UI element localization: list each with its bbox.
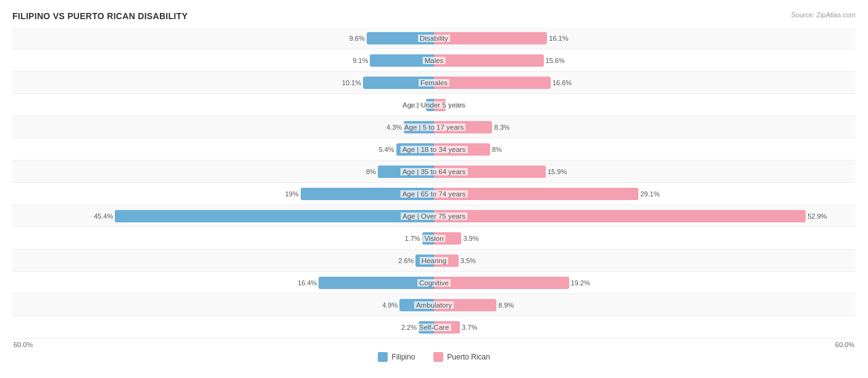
value-puerto-rican: 19.2% xyxy=(571,279,590,287)
bar-filipino xyxy=(363,77,434,89)
bar-row: Vision 1.7% 3.9% xyxy=(12,227,856,249)
legend-filipino-label: Filipino xyxy=(391,353,415,361)
chart-row: Age | 35 to 64 years 8% 15.9% xyxy=(12,161,856,183)
chart-row: Ambulatory 4.9% 8.9% xyxy=(12,294,856,316)
value-puerto-rican: 16.6% xyxy=(553,79,572,86)
value-puerto-rican: 52.9% xyxy=(807,212,827,220)
bar-row: Age | 65 to 74 years 19% 29.1% xyxy=(12,183,856,204)
chart-row: Hearing 2.6% 3.5% xyxy=(12,250,856,272)
bar-filipino xyxy=(404,121,434,133)
value-filipino: 9.1% xyxy=(353,57,368,64)
bar-row: Age | 18 to 34 years 5.4% 8% xyxy=(12,138,856,160)
value-filipino: 1.1% xyxy=(409,101,424,109)
legend-puerto-rican-label: Puerto Rican xyxy=(447,353,490,361)
chart-row: Males 9.1% 15.6% xyxy=(12,49,856,72)
bar-filipino xyxy=(319,277,434,289)
value-filipino: 10.1% xyxy=(342,79,361,86)
bar-filipino xyxy=(415,254,434,267)
bar-puerto-rican xyxy=(434,188,638,200)
x-axis: 60.0% 60.0% xyxy=(12,341,856,348)
value-filipino: 4.3% xyxy=(386,124,402,131)
chart-row: Cognitive 16.4% 19.2% xyxy=(12,272,856,294)
bar-filipino xyxy=(115,210,434,222)
bar-puerto-rican xyxy=(434,32,547,44)
bar-filipino xyxy=(396,143,434,156)
chart-row: Age | Over 75 years 45.4% 52.9% xyxy=(12,205,856,227)
legend: Filipino Puerto Rican xyxy=(12,352,856,362)
bar-puerto-rican xyxy=(434,121,492,133)
bar-row: Self-Care 2.2% 3.7% xyxy=(12,316,856,338)
bar-puerto-rican xyxy=(434,210,806,222)
bar-row: Age | Under 5 years 1.1% 1.7% xyxy=(12,94,856,116)
bar-puerto-rican xyxy=(434,277,569,289)
value-filipino: 2.2% xyxy=(401,324,417,331)
bar-filipino xyxy=(370,54,434,67)
bar-row: Cognitive 16.4% 19.2% xyxy=(12,272,856,293)
value-filipino: 9.6% xyxy=(349,35,365,42)
value-filipino: 2.6% xyxy=(398,257,414,264)
bar-row: Ambulatory 4.9% 8.9% xyxy=(12,294,856,316)
bar-puerto-rican xyxy=(434,299,496,311)
bar-puerto-rican xyxy=(434,99,446,111)
bar-puerto-rican xyxy=(434,321,460,334)
chart-row: Females 10.1% 16.6% xyxy=(12,72,856,94)
bar-puerto-rican xyxy=(434,254,459,267)
legend-puerto-rican: Puerto Rican xyxy=(433,352,490,362)
bar-filipino xyxy=(399,299,434,311)
bar-row: Age | 35 to 64 years 8% 15.9% xyxy=(12,161,856,182)
bar-filipino xyxy=(367,32,434,44)
bar-filipino xyxy=(422,232,434,245)
chart-row: Vision 1.7% 3.9% xyxy=(12,227,856,250)
chart-row: Self-Care 2.2% 3.7% xyxy=(12,316,856,338)
bar-row: Age | Over 75 years 45.4% 52.9% xyxy=(12,205,856,227)
value-filipino: 5.4% xyxy=(378,146,394,153)
bar-row: Hearing 2.6% 3.5% xyxy=(12,250,856,271)
x-axis-right: 60.0% xyxy=(835,341,854,348)
bar-puerto-rican xyxy=(434,143,490,156)
value-puerto-rican: 15.9% xyxy=(548,168,567,175)
chart-row: Disability 9.6% 16.1% xyxy=(12,27,856,49)
x-axis-left: 60.0% xyxy=(14,341,33,348)
chart-title: FILIPINO VS PUERTO RICAN DISABILITY xyxy=(12,11,856,21)
legend-filipino: Filipino xyxy=(378,352,415,362)
chart-row: Age | 5 to 17 years 4.3% 8.3% xyxy=(12,116,856,138)
value-puerto-rican: 1.7% xyxy=(448,101,463,109)
chart-row: Age | 18 to 34 years 5.4% 8% xyxy=(12,138,856,161)
value-puerto-rican: 3.9% xyxy=(463,235,478,242)
value-filipino: 16.4% xyxy=(298,279,317,287)
value-filipino: 1.7% xyxy=(405,235,420,242)
value-puerto-rican: 15.6% xyxy=(546,57,565,64)
bar-row: Females 10.1% 16.6% xyxy=(12,72,856,93)
bar-puerto-rican xyxy=(434,54,544,67)
value-puerto-rican: 8.9% xyxy=(498,301,514,309)
bar-puerto-rican xyxy=(434,232,461,245)
bar-filipino xyxy=(419,321,434,334)
value-puerto-rican: 3.7% xyxy=(462,324,477,331)
bar-puerto-rican xyxy=(434,77,551,89)
legend-puerto-rican-box xyxy=(433,352,443,362)
bar-row: Males 9.1% 15.6% xyxy=(12,49,856,71)
source-text: Source: ZipAtlas.com xyxy=(791,11,856,19)
chart-area: Disability 9.6% 16.1% Males xyxy=(12,27,856,338)
chart-container: FILIPINO VS PUERTO RICAN DISABILITY Sour… xyxy=(0,0,868,372)
chart-row: Age | 65 to 74 years 19% 29.1% xyxy=(12,183,856,205)
chart-row: Age | Under 5 years 1.1% 1.7% xyxy=(12,94,856,116)
value-filipino: 4.9% xyxy=(382,301,398,309)
bar-row: Age | 5 to 17 years 4.3% 8.3% xyxy=(12,116,856,138)
value-puerto-rican: 3.5% xyxy=(461,257,476,264)
bar-filipino xyxy=(301,188,434,200)
bar-puerto-rican xyxy=(434,166,546,178)
legend-filipino-box xyxy=(378,352,388,362)
value-filipino: 8% xyxy=(366,168,376,175)
value-filipino: 19% xyxy=(285,190,299,198)
value-puerto-rican: 16.1% xyxy=(549,35,568,42)
bar-filipino xyxy=(426,99,434,111)
value-puerto-rican: 8.3% xyxy=(494,124,509,131)
value-puerto-rican: 29.1% xyxy=(640,190,659,198)
value-filipino: 45.4% xyxy=(94,212,113,220)
bar-row: Disability 9.6% 16.1% xyxy=(12,27,856,49)
bar-filipino xyxy=(378,166,434,178)
value-puerto-rican: 8% xyxy=(492,146,502,153)
